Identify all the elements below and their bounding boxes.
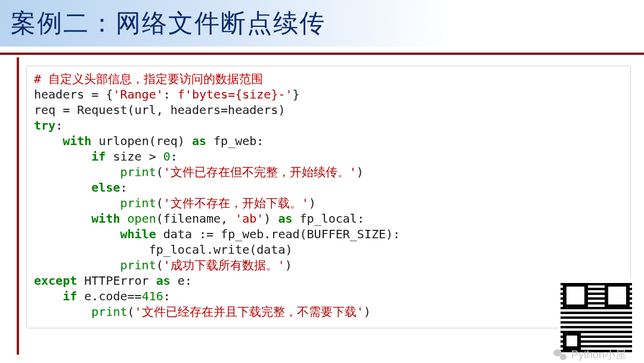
code-text: : — [55, 118, 63, 133]
code-builtin: print — [120, 196, 156, 210]
watermark: Python小屋 — [553, 347, 626, 362]
qr-code-icon — [561, 281, 632, 352]
code-text: size > — [106, 149, 163, 164]
vertical-rule — [17, 57, 19, 355]
code-builtin: print — [120, 258, 156, 272]
code-text: ) — [264, 211, 278, 226]
code-string: '文件已存在但不完整，开始续传。' — [163, 165, 357, 179]
code-block: # 自定义头部信息，指定要访问的数据范围 headers = {'Range':… — [34, 71, 623, 319]
code-text: fp_web: — [206, 134, 264, 148]
code-string: f'bytes={size}-' — [178, 87, 293, 101]
code-keyword: else — [91, 180, 120, 195]
code-text — [34, 180, 91, 195]
code-string: 'Range' — [113, 87, 163, 101]
code-text: e.code== — [77, 289, 141, 303]
code-text — [34, 289, 63, 303]
code-number: 416 — [142, 289, 163, 303]
code-text — [34, 165, 120, 179]
code-keyword: as — [156, 273, 171, 288]
code-builtin: print — [91, 304, 127, 319]
title-band: 案例二：网络文件断点续传 — [0, 0, 644, 47]
code-text: req = Request(url, headers=headers) — [34, 103, 285, 117]
code-text: e: — [171, 273, 192, 288]
wechat-icon — [553, 349, 566, 360]
code-text: : — [171, 149, 178, 164]
code-number: 0 — [163, 149, 171, 164]
code-text: ) — [357, 165, 364, 179]
code-text: ( — [156, 258, 163, 272]
code-text — [34, 211, 91, 226]
code-text: ) — [309, 196, 316, 210]
code-keyword: if — [91, 149, 106, 164]
code-text — [34, 227, 120, 241]
code-string: '文件已经存在并且下载完整，不需要下载' — [135, 304, 364, 319]
code-text: headers = { — [34, 87, 113, 101]
code-keyword: as — [278, 211, 292, 226]
slide: 案例二：网络文件断点续传 # 自定义头部信息，指定要访问的数据范围 header… — [0, 0, 644, 363]
code-keyword: with — [63, 134, 91, 148]
code-text — [34, 134, 63, 148]
code-text — [34, 149, 91, 164]
code-card: # 自定义头部信息，指定要访问的数据范围 headers = {'Range':… — [26, 66, 631, 328]
code-text — [120, 211, 128, 226]
code-text — [34, 196, 120, 210]
code-builtin: open — [128, 211, 156, 226]
code-text: urlopen(req) — [91, 134, 192, 148]
slide-title: 案例二：网络文件断点续传 — [11, 7, 326, 40]
code-text: : — [120, 180, 128, 195]
channel-name: Python小屋 — [571, 347, 626, 362]
code-text: } — [293, 87, 300, 101]
horizontal-rule — [0, 53, 644, 55]
code-text: ) — [285, 258, 292, 272]
code-keyword: with — [91, 211, 120, 226]
code-keyword: except — [34, 273, 77, 288]
code-text: ) — [364, 304, 371, 319]
code-keyword: if — [63, 289, 77, 303]
code-string: 'ab' — [235, 211, 264, 226]
code-text — [34, 304, 91, 319]
code-keyword: as — [192, 134, 206, 148]
code-text: ( — [128, 304, 135, 319]
code-text: : — [163, 87, 178, 101]
code-text: (filename, — [156, 211, 235, 226]
code-string: '文件不存在，开始下载。' — [163, 196, 309, 210]
code-text: fp_local.write(data) — [34, 242, 292, 257]
code-text: data := fp_web.read(BUFFER_SIZE): — [156, 227, 400, 241]
code-text: : — [163, 289, 171, 303]
code-text: fp_local: — [293, 211, 364, 226]
code-comment: # 自定义头部信息，指定要访问的数据范围 — [34, 72, 263, 86]
code-keyword: try — [34, 118, 55, 133]
code-keyword: while — [120, 227, 156, 241]
code-builtin: print — [120, 165, 156, 179]
code-string: '成功下载所有数据。' — [163, 258, 285, 272]
code-text: HTTPError — [77, 273, 156, 288]
code-text — [34, 258, 120, 272]
code-text: ( — [156, 165, 163, 179]
code-text: ( — [156, 196, 163, 210]
